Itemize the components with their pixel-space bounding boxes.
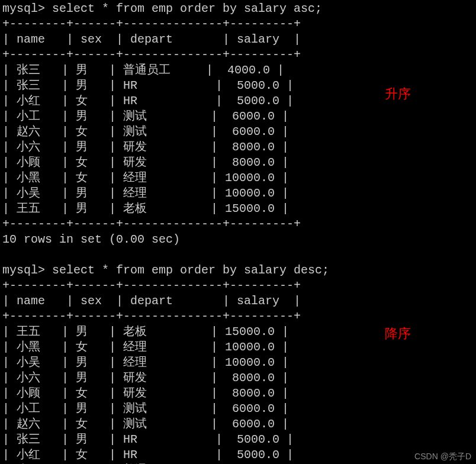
table-row: | 小顾 | 女 | 研发 | 8000.0 | [0,155,476,170]
table-row: | 小六 | 男 | 研发 | 8000.0 | [0,140,476,155]
table-row: | 王五 | 男 | 老板 | 15000.0 | [0,201,476,217]
table-row: | 小吴 | 男 | 经理 | 10000.0 | [0,186,476,201]
table-row: | 赵六 | 女 | 测试 | 6000.0 | [0,417,476,432]
table-row: | 小红 | 女 | HR | 5000.0 | [0,447,476,463]
table-border-bottom: +--------+------+--------------+--------… [0,217,476,232]
table-row: | 张三 | 男 | 普通员工 | 4000.0 | [0,63,476,78]
descending-label: 降序 [385,326,411,343]
table-border-mid: +--------+------+--------------+--------… [0,47,476,63]
sql-prompt-asc: mysql> select * from emp order by salary… [0,1,476,17]
ascending-label: 升序 [385,86,411,103]
blank-line [0,247,476,263]
table-row: | 小六 | 男 | 研发 | 8000.0 | [0,370,476,386]
table-row: | 小工 | 男 | 测试 | 6000.0 | [0,109,476,124]
sql-prompt-desc: mysql> select * from emp order by salary… [0,263,476,278]
table-border-top: +--------+------+--------------+--------… [0,278,476,294]
table-row: | 小吴 | 男 | 经理 | 10000.0 | [0,355,476,370]
table-border-top: +--------+------+--------------+--------… [0,17,476,32]
watermark-text: CSDN @秃子D [414,451,471,462]
table-row: | 张三 | 男 | HR | 5000.0 | [0,432,476,447]
table-border-mid: +--------+------+--------------+--------… [0,309,476,324]
table-body-desc: | 王五 | 男 | 老板 | 15000.0 || 小黑 | 女 | 经理 |… [0,324,476,464]
table-row: | 小黑 | 女 | 经理 | 10000.0 | [0,170,476,186]
table-row: | 小工 | 男 | 测试 | 6000.0 | [0,401,476,417]
table-header-row: | name | sex | depart | salary | [0,32,476,47]
table-row: | 赵六 | 女 | 测试 | 6000.0 | [0,124,476,140]
terminal-output: mysql> select * from emp order by salary… [0,0,476,464]
table-row: | 小顾 | 女 | 研发 | 8000.0 | [0,386,476,401]
rowcount-text: 10 rows in set (0.00 sec) [0,232,476,247]
table-header-row: | name | sex | depart | salary | [0,294,476,309]
